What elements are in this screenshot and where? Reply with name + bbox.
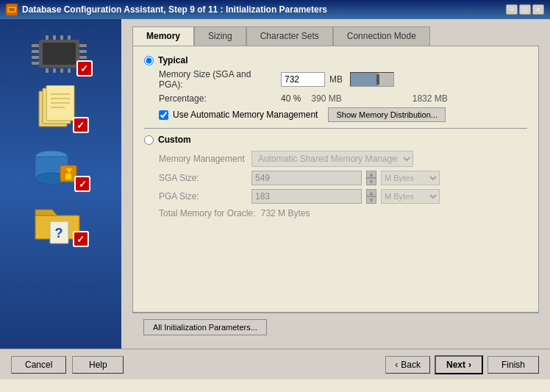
back-button[interactable]: ‹ Back — [385, 356, 430, 374]
help-button[interactable]: Help — [72, 356, 124, 374]
close-button[interactable]: × — [532, 4, 544, 15]
svg-rect-4 — [32, 44, 39, 47]
back-arrow-icon: ‹ — [395, 360, 398, 370]
range-max: 1832 MB — [413, 93, 448, 104]
svg-rect-13 — [53, 35, 56, 40]
pga-input — [251, 189, 362, 204]
sidebar-item-folder: ? ✓ — [7, 201, 114, 245]
title-bar-buttons: − □ × — [506, 4, 544, 15]
bottom-bar: All Initialization Parameters... — [132, 313, 539, 341]
memory-size-label: Memory Size (SGA and PGA): — [159, 69, 276, 90]
pga-label: PGA Size: — [159, 191, 247, 202]
memory-size-unit: MB — [329, 74, 343, 85]
mem-mgmt-label: Memory Management — [159, 154, 247, 164]
check-badge-4: ✓ — [73, 231, 89, 247]
total-value: 732 M Bytes — [261, 208, 310, 218]
range-min: 390 MB — [311, 93, 341, 104]
tab-memory[interactable]: Memory — [132, 26, 194, 46]
tab-sizing[interactable]: Sizing — [194, 26, 246, 46]
tab-connection-mode[interactable]: Connection Mode — [333, 26, 430, 46]
sga-input — [251, 171, 362, 185]
main-content: ✓ ✓ — [0, 19, 550, 349]
chip-icon: ✓ — [28, 34, 90, 74]
shapes-icon: ✓ — [29, 142, 88, 190]
back-label: Back — [401, 360, 421, 370]
pga-size-row: PGA Size: ▲ ▼ M Bytes — [159, 189, 527, 204]
check-badge-3: ✓ — [74, 176, 90, 192]
percentage-label: Percentage: — [159, 93, 276, 104]
maximize-button[interactable]: □ — [519, 4, 531, 15]
svg-rect-10 — [79, 56, 87, 59]
tabs: Memory Sizing Character Sets Connection … — [132, 26, 539, 46]
pga-stepper: ▲ ▼ — [366, 189, 376, 204]
svg-rect-12 — [46, 35, 49, 40]
svg-rect-16 — [46, 68, 49, 73]
divider — [144, 128, 527, 129]
typical-radio[interactable] — [144, 56, 154, 65]
content-panel: Memory Sizing Character Sets Connection … — [121, 19, 550, 349]
custom-radio-row: Custom — [144, 135, 527, 145]
typical-label: Typical — [158, 55, 188, 65]
svg-text:?: ? — [54, 226, 63, 240]
pga-up-btn: ▲ — [366, 189, 376, 196]
folder-icon: ? ✓ — [32, 201, 87, 245]
custom-label: Custom — [158, 135, 191, 145]
custom-section: Memory Management Automatic Shared Memor… — [144, 151, 527, 218]
tab-character-sets[interactable]: Character Sets — [246, 26, 333, 46]
sga-label: SGA Size: — [159, 173, 247, 183]
pga-down-btn: ▼ — [366, 196, 376, 204]
next-label: Next — [446, 360, 465, 370]
svg-rect-6 — [32, 56, 39, 59]
memory-size-row: Memory Size (SGA and PGA): 732 MB — [159, 69, 527, 90]
sga-up-btn: ▲ — [366, 171, 376, 178]
minimize-button[interactable]: − — [506, 4, 518, 15]
sga-down-btn: ▼ — [366, 178, 376, 185]
title-bar-left: Database Configuration Assistant, Step 9… — [6, 4, 327, 15]
next-arrow-icon: › — [468, 360, 471, 370]
custom-radio[interactable] — [144, 135, 154, 145]
sga-stepper: ▲ ▼ — [366, 171, 376, 185]
memory-size-input[interactable]: 732 — [281, 72, 325, 87]
title-text: Database Configuration Assistant, Step 9… — [22, 4, 327, 15]
svg-rect-8 — [79, 44, 87, 47]
svg-rect-14 — [60, 35, 63, 40]
svg-rect-15 — [68, 35, 71, 40]
next-button[interactable]: Next › — [435, 355, 483, 374]
sga-size-row: SGA Size: ▲ ▼ M Bytes — [159, 171, 527, 185]
sidebar: ✓ ✓ — [0, 19, 121, 349]
typical-radio-row: Typical — [144, 55, 527, 65]
percentage-value: 40 % — [281, 93, 301, 104]
total-label: Total Memory for Oracle: — [159, 208, 255, 218]
finish-button[interactable]: Finish — [488, 356, 539, 374]
svg-rect-9 — [79, 50, 87, 53]
footer-right: ‹ Back Next › Finish — [385, 355, 539, 374]
docs-icon: ✓ — [32, 85, 87, 131]
checkbox-label: Use Automatic Memory Management — [173, 110, 318, 120]
tab-content-memory: Typical Memory Size (SGA and PGA): 732 M… — [132, 46, 539, 313]
svg-rect-1 — [9, 8, 15, 11]
app-icon — [6, 4, 18, 15]
auto-memory-checkbox[interactable] — [159, 110, 168, 120]
all-init-params-button[interactable]: All Initialization Parameters... — [143, 319, 267, 335]
svg-rect-7 — [32, 62, 39, 65]
pga-unit-select: M Bytes — [381, 189, 440, 204]
svg-rect-17 — [53, 68, 56, 73]
show-memory-btn[interactable]: Show Memory Distribution... — [328, 107, 446, 122]
sidebar-item-shapes: ✓ — [7, 142, 114, 190]
svg-rect-18 — [60, 68, 63, 73]
sidebar-item-docs: ✓ — [7, 85, 114, 131]
mem-mgmt-row: Memory Management Automatic Shared Memor… — [159, 151, 527, 167]
sga-unit-select: M Bytes — [381, 171, 440, 185]
footer-left: Cancel Help — [11, 356, 124, 374]
svg-rect-5 — [32, 50, 39, 53]
mem-mgmt-select: Automatic Shared Memory Management — [251, 151, 413, 167]
memory-slider[interactable] — [350, 72, 394, 87]
cancel-button[interactable]: Cancel — [11, 356, 66, 374]
svg-rect-32 — [65, 174, 71, 179]
title-bar: Database Configuration Assistant, Step 9… — [0, 0, 550, 19]
check-badge-1: ✓ — [76, 60, 93, 76]
percentage-row: Percentage: 40 % 390 MB 1832 MB — [159, 93, 527, 104]
sidebar-item-chip: ✓ — [7, 34, 114, 74]
check-badge-2: ✓ — [73, 117, 89, 133]
total-row: Total Memory for Oracle: 732 M Bytes — [159, 208, 527, 218]
